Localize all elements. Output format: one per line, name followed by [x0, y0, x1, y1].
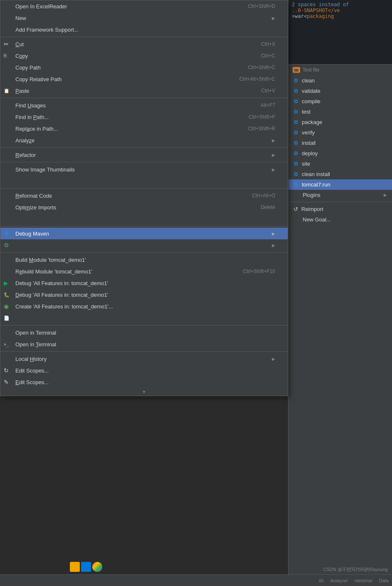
gear-icon-install [293, 140, 298, 146]
taskbar-icons [68, 560, 104, 574]
open-terminal-label: Open in Terminal [15, 341, 56, 348]
menu-item-edit-scopes[interactable]: ✎ Edit Scopes... [0, 376, 288, 388]
menu-item-favorites[interactable]: Show Image Thumbnails ▶ [0, 164, 288, 175]
menu-item-analyze[interactable]: Analyze ▶ [0, 134, 288, 146]
maven-section-title: Test file [303, 67, 320, 73]
status-bar-build[interactable]: ild [316, 575, 327, 586]
menu-item-refactor[interactable]: Refactor ▶ [0, 149, 288, 161]
run-coverage-label: Create 'All Features in: tomcat_demo1'..… [15, 303, 113, 310]
optimize-label: Optimize Imports [15, 204, 56, 211]
run-maven-label: Debug Maven [15, 231, 49, 237]
menu-item-add-framework[interactable]: Add Framework Support... [0, 24, 288, 35]
maven-item-verify[interactable]: verify [288, 127, 392, 138]
separator-8 [0, 325, 288, 325]
menu-item-run-all[interactable]: ▶ Debug 'All Features in: tomcat_demo1' [0, 277, 288, 289]
menu-item-run-coverage[interactable]: ◉ Create 'All Features in: tomcat_demo1'… [0, 300, 288, 312]
menu-item-local-history[interactable]: Local History ▶ [0, 353, 288, 365]
local-history-label: Local History [15, 356, 47, 362]
gear-icon-site [293, 161, 298, 167]
reimport-icon [293, 206, 298, 212]
status-bar-data[interactable]: Data [376, 575, 392, 586]
menu-item-replace-path[interactable]: Replace in Path... Ctrl+Shift+R [0, 123, 288, 134]
debug-maven-arrow-icon: ▶ [272, 243, 275, 248]
rebuild-shortcut: Ctrl+Shift+F10 [235, 268, 275, 274]
analyzer-label: Analyzer [330, 578, 348, 583]
cut-icon: ✂ [4, 41, 9, 47]
menu-item-find-usages[interactable]: Find Usages Alt+F7 [0, 99, 288, 111]
menu-item-reformat[interactable]: Reformat Code Ctrl+Alt+O [0, 190, 288, 201]
separator-6 [0, 226, 288, 226]
copy-label: Copy [15, 53, 28, 59]
taskbar-icon-edge[interactable] [81, 562, 91, 572]
maven-m-icon: m [293, 67, 300, 73]
status-bar-enterprise[interactable]: nterprise [351, 575, 376, 586]
maven-item-clean-install-label: clean install [302, 171, 330, 177]
maven-item-clean-install[interactable]: clean install [288, 169, 392, 179]
separator-5 [0, 188, 288, 189]
reformat-shortcut: Ctrl+Alt+O [244, 193, 275, 199]
taskbar-icon-1[interactable] [70, 562, 80, 572]
gear-icon-compile [293, 98, 298, 104]
maven-item-site[interactable]: site [288, 159, 392, 169]
maven-item-deploy-label: deploy [302, 150, 318, 156]
favorites-label: Show Image Thumbnails [15, 166, 75, 173]
status-bar-analyzer[interactable]: Analyzer [327, 575, 351, 586]
maven-item-test[interactable]: test [288, 107, 392, 117]
rebuild-module-label: Rebuild Module 'tomcat_demo1' [15, 268, 92, 275]
run-maven-arrow-icon: ▶ [272, 231, 275, 236]
scroll-down-icon[interactable]: ▼ [142, 390, 146, 394]
maven-item-tomcat7[interactable]: tomcat7:run [288, 179, 392, 190]
scroll-indicator: ▼ [0, 388, 288, 396]
paste-label: Paste [15, 88, 29, 94]
maven-item-install[interactable]: install [288, 138, 392, 148]
watermark-text: CSDN @不想写代码的Rayoung [323, 567, 388, 572]
copy-icon: ⎘ [4, 53, 7, 59]
menu-item-create-all[interactable]: 📄 [0, 312, 288, 324]
menu-item-copy[interactable]: ⎘ Copy Ctrl+C [0, 50, 288, 62]
menu-item-find-path[interactable]: Find in Path... Ctrl+Shift+F [0, 111, 288, 123]
gear-icon-clean-install [293, 171, 298, 177]
menu-item-thumbnails[interactable] [0, 175, 288, 187]
maven-item-reimport[interactable]: Reimport [288, 204, 392, 214]
taskbar-icon-chrome[interactable] [92, 562, 102, 572]
menu-item-new[interactable]: New ▶ [0, 12, 288, 24]
debug-all-label: Debug 'All Features in: tomcat_demo1' [15, 292, 108, 298]
run-all-icon: ▶ [4, 280, 8, 286]
maven-item-validate[interactable]: validate [288, 86, 392, 96]
maven-item-deploy[interactable]: deploy [288, 148, 392, 159]
code-line-3: >war<packaging [292, 13, 389, 19]
menu-item-optimize[interactable]: Optimize Imports Delete [0, 201, 288, 213]
separator-1 [0, 37, 288, 37]
code-line-1: 2 spaces instead of [292, 2, 389, 7]
menu-item-rebuild-module[interactable]: Rebuild Module 'tomcat_demo1' Ctrl+Shift… [0, 266, 288, 277]
refactor-label: Refactor [15, 152, 36, 158]
menu-item-run-maven[interactable]: ⚙ Debug Maven ▶ [0, 228, 288, 239]
menu-item-cut[interactable]: ✂ Cut Ctrl+X [0, 38, 288, 50]
menu-item-copy-relative[interactable]: Copy Relative Path Ctrl+Alt+Shift+C [0, 73, 288, 85]
add-framework-label: Add Framework Support... [15, 27, 79, 33]
code-line-2: ..0-SNAPSHOT</ve [292, 7, 389, 13]
maven-item-plugins-label: Plugins [303, 192, 321, 198]
menu-item-open-excel[interactable]: Open In ExcelReader Ctrl+Shift+D [0, 0, 288, 12]
menu-item-open-terminal[interactable]: >_ Open in Terminal [0, 338, 288, 350]
maven-item-new-goal[interactable]: New Goal... [288, 214, 392, 225]
maven-item-compile[interactable]: compile [288, 96, 392, 107]
gear-icon-tomcat7 [293, 181, 298, 188]
menu-item-debug-all[interactable]: 🐛 Debug 'All Features in: tomcat_demo1' [0, 289, 288, 300]
maven-item-package[interactable]: package [288, 117, 392, 127]
edit-scopes-icon: ✎ [4, 379, 9, 385]
maven-item-clean[interactable]: clean [288, 75, 392, 86]
copy-path-label: Copy Path [15, 65, 41, 71]
menu-item-show-explorer[interactable]: Open in Terminal [0, 327, 288, 338]
menu-item-build-module[interactable]: Build Module 'tomcat_demo1' [0, 254, 288, 266]
menu-item-synchronize[interactable]: ↻ Edit Scopes... [0, 365, 288, 376]
menu-item-remove-module[interactable] [0, 213, 288, 225]
maven-item-plugins[interactable]: Plugins ▶ [288, 190, 392, 200]
paste-shortcut: Ctrl+V [253, 88, 275, 94]
menu-item-paste[interactable]: 📋 Paste Ctrl+V [0, 85, 288, 97]
favorites-arrow-icon: ▶ [272, 167, 275, 172]
menu-item-debug-maven[interactable]: ⚙ ▶ [0, 239, 288, 251]
context-menu: Open In ExcelReader Ctrl+Shift+D New ▶ A… [0, 0, 288, 396]
menu-item-copy-path[interactable]: Copy Path Ctrl+Shift+C [0, 62, 288, 73]
cut-label: Cut [15, 41, 24, 47]
